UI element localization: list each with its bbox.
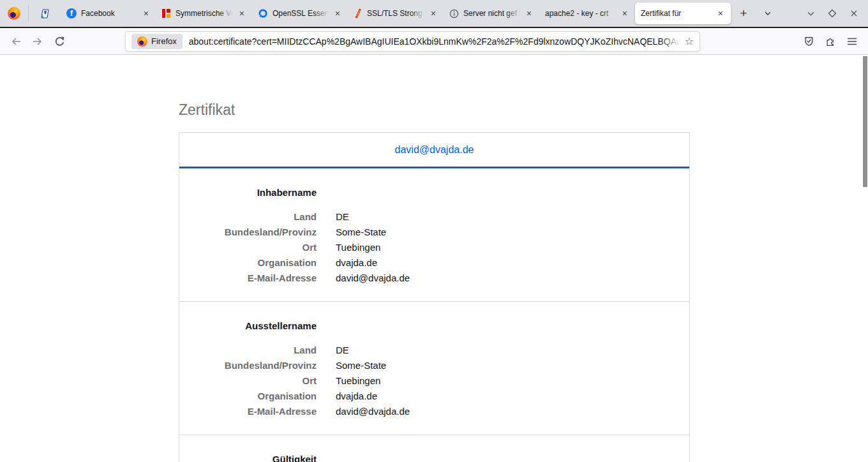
field-label: Bundesland/Provinz [179, 358, 317, 373]
tab-close-icon[interactable]: × [142, 8, 151, 19]
firefox-logo-icon [8, 7, 20, 20]
tab-close-icon[interactable]: × [525, 8, 534, 19]
field-label: Ort [179, 373, 317, 389]
extensions-button[interactable] [819, 31, 841, 52]
cert-field-row: Bundesland/Provinz Some-State [179, 358, 689, 373]
firefox-window-icon [0, 0, 28, 27]
back-arrow-icon [10, 36, 22, 47]
certificate-tab[interactable]: david@dvajda.de [395, 144, 474, 156]
site-identity-chip[interactable]: Firefox [131, 34, 183, 49]
url-text[interactable]: about:certificate?cert=MIIDtzCCAp%2BgAwI… [189, 36, 681, 47]
forward-arrow-icon [32, 36, 43, 47]
cert-field-row: E-Mail-Adresse david@dvajda.de [179, 271, 689, 286]
field-label: E-Mail-Adresse [179, 404, 317, 419]
field-value: DE [336, 209, 349, 225]
cert-field-row: Bundesland/Provinz Some-State [179, 225, 689, 240]
section-subject-name: Inhabername Land DE Bundesland/Provinz S… [179, 168, 689, 301]
minimize-icon [807, 10, 815, 18]
tab-server-nicht-gefunden[interactable]: Server nicht gef × [444, 0, 539, 27]
reload-button[interactable] [49, 31, 70, 52]
tab-bar: f Facebook × Symmetrische Ve × OpenSSL E… [0, 0, 868, 28]
cert-field-row: Land DE [179, 343, 689, 358]
scrollbar-thumb[interactable] [863, 56, 867, 187]
shield-check-icon [804, 36, 814, 47]
cert-field-row: Organisation dvajda.de [179, 255, 689, 271]
section-issuer-name: Ausstellername Land DE Bundesland/Provin… [179, 301, 689, 435]
bookmark-star-icon[interactable]: ☆ [685, 35, 694, 47]
window-controls [803, 6, 868, 21]
list-all-tabs-button[interactable] [758, 4, 777, 23]
tab-symmetrische[interactable]: Symmetrische Ve × [156, 0, 252, 27]
pinned-site-favicon [40, 9, 50, 19]
section-heading: Ausstellername [179, 320, 317, 332]
digitalocean-icon [258, 8, 268, 19]
field-label: Bundesland/Provinz [179, 225, 317, 240]
field-label: Organisation [179, 255, 317, 271]
scrollbar[interactable] [862, 55, 868, 462]
tab-close-icon[interactable]: × [620, 8, 629, 19]
hamburger-menu-icon [847, 37, 857, 46]
field-label: Land [179, 209, 317, 225]
tab-label: Zertifikat für [641, 9, 712, 18]
field-value: Tuebingen [336, 373, 380, 389]
back-button[interactable] [5, 31, 27, 52]
facebook-icon: f [66, 8, 77, 19]
tab-close-icon[interactable]: × [237, 8, 246, 19]
tab-close-icon[interactable]: × [716, 8, 725, 19]
forward-button[interactable] [27, 31, 49, 52]
cert-field-row: Ort Tuebingen [179, 240, 689, 255]
page-content: Zertifikat david@dvajda.de Inhabername L… [0, 55, 868, 462]
cert-field-row: Land DE [179, 209, 689, 225]
field-label: Ort [179, 240, 317, 255]
field-value: Tuebingen [336, 240, 380, 255]
section-heading: Gültigkeit [179, 453, 317, 462]
apache-icon [354, 8, 363, 19]
cert-field-row: E-Mail-Adresse david@dvajda.de [179, 404, 689, 419]
field-value: david@dvajda.de [336, 271, 410, 286]
puzzle-piece-icon [825, 36, 836, 47]
tab-label: SSL/TLS Strong [367, 9, 424, 18]
field-label: Land [179, 343, 317, 358]
field-value: david@dvajda.de [336, 404, 410, 419]
field-value: dvajda.de [336, 389, 377, 404]
maximize-icon [828, 9, 837, 18]
account-shield-button[interactable] [798, 31, 819, 52]
field-value: dvajda.de [336, 255, 377, 271]
url-bar[interactable]: Firefox about:certificate?cert=MIIDtzCCA… [125, 31, 700, 52]
new-tab-button[interactable]: + [734, 4, 753, 23]
field-label: E-Mail-Adresse [179, 271, 317, 286]
tab-ssl-tls[interactable]: SSL/TLS Strong × [348, 0, 444, 27]
close-icon [850, 10, 858, 17]
tab-label: Symmetrische Ve [176, 9, 233, 18]
tab-label: OpenSSL Essent [273, 9, 329, 18]
tab-close-icon[interactable]: × [333, 8, 342, 19]
certificate-card: david@dvajda.de Inhabername Land DE Bund… [179, 132, 690, 462]
section-heading: Inhabername [179, 186, 317, 199]
section-validity: Gültigkeit [179, 435, 689, 462]
app-menu-button[interactable] [841, 31, 863, 52]
field-value: Some-State [336, 358, 386, 373]
tab-close-icon[interactable]: × [429, 8, 438, 19]
tab-facebook[interactable]: f Facebook × [61, 0, 156, 27]
field-value: Some-State [336, 225, 386, 240]
tab-label: Facebook [81, 9, 137, 18]
field-value: DE [336, 343, 349, 358]
navbar-right-buttons [798, 31, 863, 52]
tab-openssl[interactable]: OpenSSL Essent × [252, 0, 348, 27]
window-minimize-button[interactable] [803, 6, 818, 21]
cert-field-row: Organisation dvajda.de [179, 389, 689, 404]
cert-field-row: Ort Tuebingen [179, 373, 689, 389]
tab-label: apache2 - key - crt [545, 9, 616, 18]
window-close-button[interactable] [846, 6, 862, 21]
identity-label: Firefox [151, 36, 177, 46]
tab-zertifikat-active[interactable]: Zertifikat für × [635, 3, 731, 24]
firefox-window: f Facebook × Symmetrische Ve × OpenSSL E… [0, 0, 868, 462]
reload-icon [54, 36, 65, 47]
tab-label: Server nicht gef [463, 9, 520, 18]
chevron-down-icon [764, 10, 772, 17]
tab-apache2-key-crt[interactable]: apache2 - key - crt × [539, 0, 635, 27]
window-maximize-button[interactable] [825, 6, 840, 21]
elektronik-kompendium-icon [162, 9, 171, 18]
pinned-tab[interactable] [29, 0, 61, 27]
info-icon [449, 9, 459, 19]
